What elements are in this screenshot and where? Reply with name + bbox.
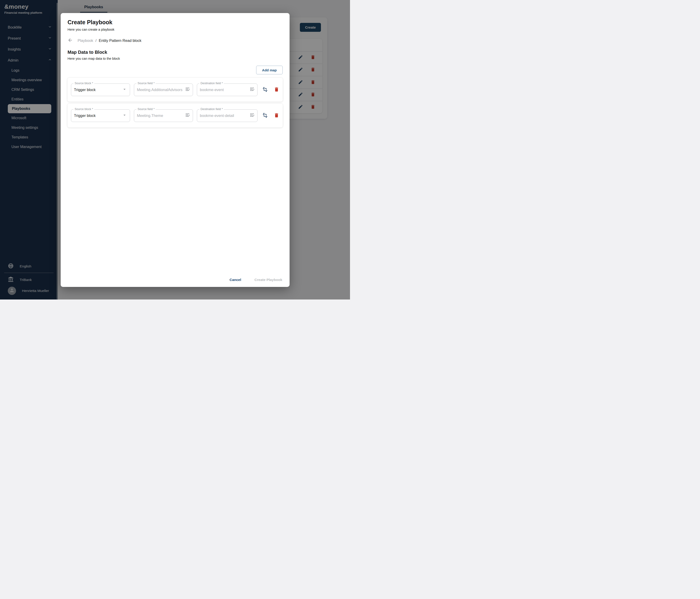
cancel-button[interactable]: Cancel (230, 278, 241, 282)
destination-field-input[interactable] (200, 88, 250, 92)
create-playbook-modal: Create Playbook Here you can create a pl… (61, 13, 290, 287)
trash-icon (274, 87, 279, 93)
source-block-value: Trigger block (74, 88, 122, 92)
source-block-select[interactable]: Source block * Trigger block (71, 109, 130, 122)
field-label: Source field * (136, 107, 156, 111)
transform-icon (262, 112, 268, 119)
source-field: Source field * (134, 109, 193, 122)
destination-field-input[interactable] (200, 113, 250, 118)
map-row: Source block * Trigger block Source fiel… (68, 78, 283, 102)
source-block-value: Trigger block (74, 113, 122, 118)
source-field-input[interactable] (137, 88, 185, 92)
source-field: Source field * (134, 83, 193, 96)
map-row: Source block * Trigger block Source fiel… (68, 104, 283, 127)
app-registration-icon[interactable] (250, 112, 254, 119)
breadcrumb-parent[interactable]: Playbook (78, 38, 93, 43)
delete-map-button[interactable] (274, 112, 279, 119)
field-label: Destination field * (199, 107, 224, 111)
field-label: Destination field * (199, 82, 224, 85)
source-block-select[interactable]: Source block * Trigger block (71, 83, 130, 96)
modal-subtitle: Here you can create a playbook (68, 28, 283, 31)
destination-field: Destination field * (197, 109, 257, 122)
app-registration-icon[interactable] (250, 87, 254, 93)
back-button[interactable] (68, 37, 73, 44)
source-field-input[interactable] (137, 113, 185, 118)
field-label: Source block * (73, 107, 94, 111)
transform-button[interactable] (262, 112, 268, 119)
breadcrumb: Playbook / Entity Pattern Read block (68, 37, 283, 44)
breadcrumb-separator: / (96, 38, 97, 43)
modal-title: Create Playbook (68, 19, 283, 26)
delete-map-button[interactable] (274, 87, 279, 93)
section-subtitle: Here you can map data to the block (68, 57, 283, 60)
app-registration-icon[interactable] (185, 112, 190, 119)
field-label: Source field * (136, 82, 156, 85)
add-map-button[interactable]: Add map (256, 66, 283, 74)
field-label: Source block * (73, 82, 94, 85)
breadcrumb-current: Entity Pattern Read block (99, 38, 141, 43)
destination-field: Destination field * (197, 83, 257, 96)
app-root: Playbooks Create (0, 0, 350, 300)
dropdown-arrow-icon (122, 112, 127, 119)
dropdown-arrow-icon (122, 87, 127, 93)
create-playbook-button[interactable]: Create Playbook (254, 278, 282, 282)
transform-icon (262, 87, 268, 93)
transform-button[interactable] (262, 87, 268, 93)
arrow-left-icon (68, 37, 73, 44)
section-title: Map Data to Block (68, 50, 283, 55)
modal-footer: Cancel Create Playbook (230, 278, 282, 282)
trash-icon (274, 112, 279, 119)
app-registration-icon[interactable] (185, 87, 190, 93)
